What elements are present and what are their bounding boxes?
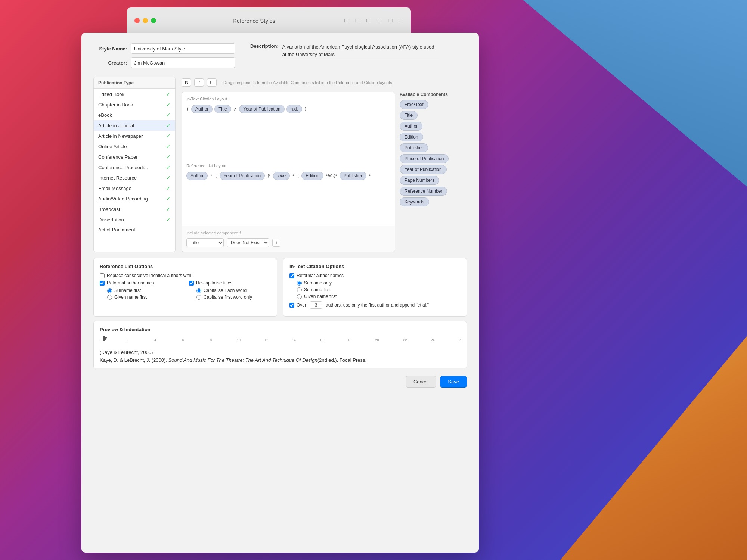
- style-name-row: Style Name:: [93, 43, 235, 54]
- capitalise-each-radio[interactable]: [196, 288, 201, 293]
- replace-consecutive-label: Replace consecutive identical authors wi…: [107, 273, 192, 278]
- reformat-author-label: Reformat author names: [107, 280, 154, 286]
- surname-first-radio[interactable]: [107, 288, 112, 293]
- ref-preview-end: (2nd ed.). Focal Press.: [317, 357, 367, 363]
- token-year-intext[interactable]: Year of Publication: [239, 105, 285, 113]
- creator-input[interactable]: [131, 57, 235, 68]
- avail-keywords[interactable]: Keywords: [400, 197, 429, 206]
- creator-row: Creator:: [93, 57, 235, 68]
- over-authors-checkbox[interactable]: [289, 303, 294, 308]
- window-title: Reference Styles: [164, 18, 344, 24]
- avail-title[interactable]: Title: [400, 111, 418, 120]
- maximize-button[interactable]: [151, 18, 156, 23]
- italic-button[interactable]: I: [194, 78, 204, 87]
- conditional-condition-select[interactable]: Does Not Exist: [227, 238, 269, 247]
- style-name-input[interactable]: [131, 43, 235, 54]
- pub-type-header: Publication Type: [94, 77, 175, 89]
- ruler: 0 2 4 6 8 10 12 14 16 18 20 22 24 26: [100, 335, 461, 346]
- save-button[interactable]: Save: [440, 376, 467, 388]
- pub-type-broadcast[interactable]: Broadcast ✓: [94, 204, 175, 214]
- recapitalise-checkbox[interactable]: [189, 281, 194, 286]
- share-icon[interactable]: □: [389, 17, 393, 24]
- token-year-ref[interactable]: Year of Publication: [220, 172, 265, 180]
- surname-only-row: Surname only: [297, 280, 461, 286]
- surname-only-radio[interactable]: [297, 281, 302, 286]
- pub-type-dissertation[interactable]: Dissertation ✓: [94, 214, 175, 225]
- format-toolbar: B I U Drag components from the Available…: [182, 77, 467, 88]
- avail-reference-number[interactable]: Reference Number: [400, 187, 447, 196]
- token-close-dot: )•: [267, 172, 271, 180]
- reference-preview: Kaye, D. & LeBrecht, J. (2000). Sound An…: [100, 357, 461, 363]
- ruler-mark-16: 16: [320, 338, 323, 342]
- given-name-first-radio[interactable]: [107, 295, 112, 300]
- capitalise-first-radio[interactable]: [196, 295, 201, 300]
- over-number-input[interactable]: [310, 301, 322, 309]
- in-text-layout-panel: In-Text Citation Layout ( Author Title ,…: [182, 92, 395, 159]
- token-author-ref[interactable]: Author: [186, 172, 208, 180]
- avail-year-of-publication[interactable]: Year of Publication: [400, 165, 447, 174]
- trash-icon[interactable]: □: [400, 17, 403, 24]
- check-chapter-in-book: ✓: [166, 102, 171, 108]
- conditional-field-select[interactable]: Title: [186, 238, 224, 247]
- layout-and-components: In-Text Citation Layout ( Author Title ,…: [182, 92, 467, 252]
- token-nd[interactable]: n.d.: [286, 105, 302, 113]
- pub-type-article-in-newspaper[interactable]: Article in Newspaper ✓: [94, 131, 175, 141]
- copy-icon[interactable]: □: [356, 17, 359, 24]
- token-title-ref[interactable]: Title: [273, 172, 290, 180]
- underline-button[interactable]: U: [207, 78, 217, 87]
- pub-type-internet-resource[interactable]: Internet Resource ✓: [94, 172, 175, 183]
- pub-type-chapter-in-book[interactable]: Chapter in Book ✓: [94, 99, 175, 110]
- token-open-paren3: (: [297, 172, 300, 180]
- avail-page-numbers[interactable]: Page Numbers: [400, 176, 439, 185]
- add-icon[interactable]: □: [344, 17, 348, 24]
- reformat-author-checkbox[interactable]: [100, 281, 105, 286]
- intext-surname-first-row: Surname first: [297, 287, 461, 292]
- recapitalise-label: Re-capitalise titles: [196, 280, 232, 286]
- pub-type-act-of-parliament[interactable]: Act of Parliament: [94, 225, 175, 235]
- ruler-mark-26: 26: [459, 338, 462, 342]
- ref-list-tokens: Author • ( Year of Publication )• Title …: [186, 172, 390, 180]
- intext-given-name-radio[interactable]: [297, 294, 302, 299]
- ruler-triangle: [103, 337, 107, 340]
- replace-consecutive-checkbox[interactable]: [100, 273, 105, 278]
- edit-icon[interactable]: □: [366, 17, 370, 24]
- check-icon[interactable]: □: [378, 17, 381, 24]
- avail-edition[interactable]: Edition: [400, 133, 423, 141]
- ruler-mark-4: 4: [154, 338, 156, 342]
- avail-free-text[interactable]: Free•Text: [400, 100, 428, 109]
- pub-type-audio-video[interactable]: Audio/Video Recording ✓: [94, 193, 175, 204]
- intext-reformat-label: Reformat author names: [297, 273, 344, 278]
- ref-list-options-panel: Reference List Options Replace consecuti…: [93, 258, 277, 317]
- pub-type-conference-proc[interactable]: Conference Proceedi... ✓: [94, 162, 175, 172]
- reformat-author-row: Reformat author names: [100, 280, 182, 286]
- token-title-intext[interactable]: Title: [214, 105, 231, 113]
- given-name-first-label: Given name first: [114, 295, 147, 300]
- intext-given-name-label: Given name first: [304, 294, 337, 299]
- check-edited-book: ✓: [166, 91, 171, 97]
- avail-author[interactable]: Author: [400, 122, 422, 131]
- description-group: Description: A variation of the American…: [250, 43, 439, 59]
- pub-type-conference-paper[interactable]: Conference Paper ✓: [94, 152, 175, 162]
- intext-reformat-checkbox[interactable]: [289, 273, 294, 278]
- token-author-intext[interactable]: Author: [191, 105, 213, 113]
- add-condition-button[interactable]: +: [272, 239, 280, 247]
- pub-type-edited-book[interactable]: Edited Book ✓: [94, 89, 175, 99]
- token-publisher-ref[interactable]: Publisher: [340, 172, 366, 180]
- cancel-button[interactable]: Cancel: [406, 376, 436, 388]
- check-conference-paper: ✓: [166, 154, 171, 160]
- pub-type-online-article[interactable]: Online Article ✓: [94, 141, 175, 152]
- preview-title: Preview & Indentation: [100, 327, 461, 332]
- pub-type-article-in-journal[interactable]: Article in Journal ✓: [94, 120, 175, 131]
- avail-publisher[interactable]: Publisher: [400, 143, 428, 152]
- bold-button[interactable]: B: [182, 78, 191, 87]
- close-button[interactable]: [134, 18, 140, 23]
- pub-type-ebook[interactable]: eBook ✓: [94, 110, 175, 120]
- ruler-mark-8: 8: [210, 338, 212, 342]
- avail-place-of-publication[interactable]: Place of Publication: [400, 154, 449, 163]
- token-edition-ref[interactable]: Edition: [301, 172, 323, 180]
- minimize-button[interactable]: [143, 18, 148, 23]
- intext-surname-first-label: Surname first: [304, 287, 331, 292]
- pub-type-email-message[interactable]: Email Message ✓: [94, 183, 175, 193]
- header-fields: Style Name: Creator: Description: A vari…: [93, 43, 467, 68]
- intext-surname-first-radio[interactable]: [297, 287, 302, 292]
